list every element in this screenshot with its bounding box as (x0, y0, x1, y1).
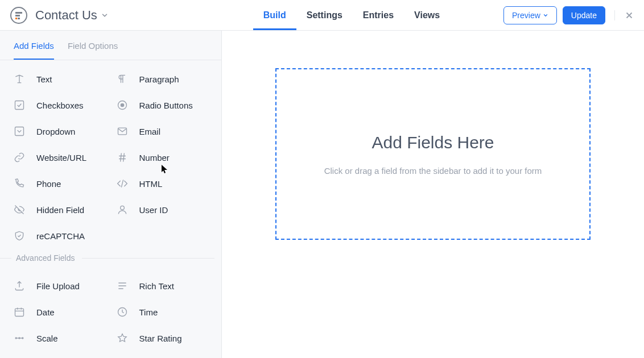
sidebar-tab-add-fields[interactable]: Add Fields (14, 41, 54, 60)
sidebar-tab-field-options[interactable]: Field Options (68, 41, 118, 60)
svg-point-10 (120, 206, 124, 210)
field-paragraph[interactable]: Paragraph (114, 66, 217, 92)
advanced-fields-header: Advanced Fields (0, 249, 221, 267)
form-title: Contact Us (35, 8, 97, 23)
field-phone[interactable]: Phone (11, 170, 114, 197)
preview-button[interactable]: Preview (503, 6, 557, 24)
phone-icon (14, 177, 30, 190)
field-label: Number (139, 153, 170, 163)
field-number[interactable]: Number (114, 144, 217, 170)
field-upload[interactable]: File Upload (11, 273, 114, 299)
dropdown-icon (14, 124, 30, 138)
field-label: HTML (139, 179, 163, 189)
field-label: Star Rating (139, 334, 182, 343)
field-html[interactable]: HTML (114, 170, 217, 197)
chevron-down-icon (101, 11, 109, 19)
chevron-down-icon (543, 13, 548, 18)
sidebar-tabs: Add Fields Field Options (0, 31, 221, 60)
scale-icon (14, 331, 30, 345)
field-label: Checkboxes (36, 101, 84, 110)
shield-icon (14, 229, 30, 243)
field-label: Website/URL (36, 153, 86, 163)
paragraph-icon (117, 72, 133, 86)
field-url[interactable]: Website/URL (11, 144, 114, 170)
field-star[interactable]: Star Rating (114, 325, 217, 351)
field-radio[interactable]: Radio Buttons (114, 92, 217, 118)
field-label: Paragraph (139, 74, 179, 84)
clock-icon (117, 305, 133, 319)
sidebar: Add Fields Field Options TextParagraphCh… (0, 31, 222, 358)
star-icon (117, 331, 133, 345)
checkbox-icon (14, 98, 30, 112)
svg-rect-2 (15, 15, 20, 16)
eye-off-icon (14, 203, 30, 217)
field-date[interactable]: Date (11, 299, 114, 325)
topbar: Contact Us Build Settings Entries Views … (0, 0, 644, 31)
svg-rect-4 (18, 18, 20, 19)
calendar-icon (14, 305, 30, 319)
advanced-fields-grid: File UploadRich TextDateTimeScaleStar Ra… (0, 267, 221, 351)
radio-icon (117, 98, 133, 112)
link-icon (14, 151, 30, 164)
tab-build[interactable]: Build (253, 0, 296, 30)
field-label: Date (36, 307, 55, 317)
svg-rect-5 (15, 101, 24, 110)
svg-rect-8 (15, 127, 24, 136)
close-icon (624, 10, 634, 20)
field-scale[interactable]: Scale (11, 325, 114, 351)
tab-views[interactable]: Views (404, 0, 450, 30)
user-icon (117, 203, 133, 217)
field-label: User ID (139, 205, 168, 215)
text-icon (14, 72, 30, 86)
field-label: Scale (36, 334, 58, 343)
richtext-icon (117, 279, 133, 293)
app-logo (9, 6, 28, 25)
svg-point-7 (120, 103, 124, 107)
field-richtext[interactable]: Rich Text (114, 273, 217, 299)
field-label: Dropdown (36, 127, 75, 136)
field-time[interactable]: Time (114, 299, 217, 325)
form-title-dropdown[interactable]: Contact Us (35, 8, 109, 23)
field-label: Hidden Field (36, 205, 84, 215)
dropzone-subtitle: Click or drag a field from the sidebar t… (324, 166, 542, 176)
field-userid[interactable]: User ID (114, 197, 217, 223)
field-label: reCAPTCHA (36, 231, 85, 241)
update-button[interactable]: Update (563, 6, 605, 24)
email-icon (117, 124, 133, 138)
tab-entries[interactable]: Entries (353, 0, 404, 30)
field-email[interactable]: Email (114, 118, 217, 144)
field-label: Phone (36, 179, 61, 189)
field-label: Text (36, 74, 52, 84)
topbar-actions: Preview Update (503, 6, 644, 24)
svg-rect-1 (15, 12, 22, 14)
field-label: Rich Text (139, 281, 174, 291)
tab-settings[interactable]: Settings (296, 0, 353, 30)
field-text[interactable]: Text (11, 66, 114, 92)
field-label: Email (139, 127, 161, 136)
upload-icon (14, 279, 30, 293)
main: Add Fields Field Options TextParagraphCh… (0, 31, 644, 358)
svg-rect-3 (15, 18, 17, 19)
dropzone[interactable]: Add Fields Here Click or drag a field fr… (275, 68, 591, 240)
form-canvas: Add Fields Here Click or drag a field fr… (222, 31, 644, 358)
code-icon (117, 177, 133, 190)
field-checkboxes[interactable]: Checkboxes (11, 92, 114, 118)
basic-fields-grid: TextParagraphCheckboxesRadio ButtonsDrop… (0, 60, 221, 249)
nav-tabs: Build Settings Entries Views (162, 0, 450, 30)
dropzone-title: Add Fields Here (371, 133, 494, 152)
hash-icon (117, 151, 133, 164)
field-hidden[interactable]: Hidden Field (11, 197, 114, 223)
field-dropdown[interactable]: Dropdown (11, 118, 114, 144)
field-label: File Upload (36, 281, 80, 291)
close-button[interactable] (614, 10, 644, 20)
svg-rect-11 (15, 309, 24, 316)
field-recaptcha[interactable]: reCAPTCHA (11, 223, 114, 249)
field-label: Time (139, 307, 158, 317)
field-label: Radio Buttons (139, 101, 193, 110)
